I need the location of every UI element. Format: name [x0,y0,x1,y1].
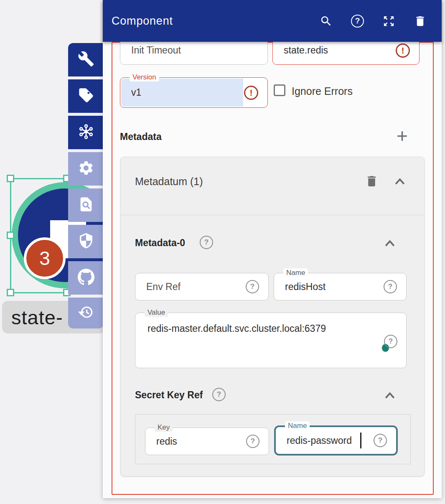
help-icon[interactable]: ? [200,236,213,249]
toolbar-button-history[interactable] [68,298,104,328]
gear-icon [78,160,94,178]
delete-metadatum-button[interactable] [365,174,379,188]
help-icon[interactable]: ? [384,280,397,293]
help-icon[interactable]: ? [374,434,387,447]
toolbar-button-configure[interactable] [68,43,104,76]
env-ref-field[interactable]: ? [135,273,269,300]
component-properties-panel: ! Version ! Ignore Errors Metadata + Met… [103,0,442,498]
wrench-icon [78,51,94,69]
metadata-value-field[interactable]: redis-master.default.svc.cluster.local:6… [135,313,407,368]
version-field[interactable]: Version ! [120,77,268,108]
metadata-value-input[interactable]: redis-master.default.svc.cluster.local:6… [135,313,406,368]
document-search-icon [78,196,94,214]
ignore-errors-checkbox[interactable] [274,84,285,96]
help-icon[interactable]: ? [246,435,259,448]
panel-header: Component ? [103,0,442,42]
selection-handle-top-left[interactable] [7,175,14,182]
help-icon[interactable]: ? [212,388,226,401]
secret-key-ref-heading: Secret Key Ref [135,389,203,401]
collapse-secret-key-ref-button[interactable] [384,391,396,400]
help-icon[interactable]: ? [384,335,397,348]
metadata0-heading: Metadata-0 [135,237,185,249]
node-toolbar [68,43,104,331]
history-icon [78,304,94,322]
error-icon: ! [244,86,258,100]
metadata-name-field[interactable]: Name ? [274,273,407,300]
chevron-up-icon [384,391,396,400]
metadatum-title: Metadatum (1) [135,176,203,188]
selection-edge-top [10,178,68,179]
search-icon[interactable] [320,15,333,28]
selection-handle-mid-left[interactable] [7,232,14,239]
error-count-badge: 3 [24,237,66,279]
value-field-label: Value [145,308,168,317]
key-field-label: Key [155,423,173,432]
collapse-metadatum-button[interactable] [394,177,406,186]
text-cursor [360,433,361,448]
collapse-metadata0-button[interactable] [384,239,396,248]
secret-name-field-focused[interactable]: Name ? [274,425,398,456]
panel-title: Component [112,15,173,28]
github-icon [78,269,94,287]
toolbar-button-settings[interactable] [68,152,104,186]
help-icon[interactable]: ? [246,280,259,293]
divider [121,215,424,215]
hub-icon [78,123,94,142]
toolbar-button-security[interactable] [68,225,104,258]
secret-key-ref-group: Key ? Name ? [135,414,411,464]
version-field-label: Version [130,73,159,81]
app-canvas: 3 state- [0,0,445,504]
shield-icon [78,232,94,251]
toolbar-button-tags[interactable] [68,79,104,113]
secret-key-field[interactable]: Key ? [145,428,269,455]
chevron-up-icon [394,177,406,186]
chevron-up-icon [384,239,396,248]
name-field-label: Name [283,268,308,277]
metadatum-card: Metadatum (1) Metadata-0 ? ? [120,157,425,476]
selection-edge-bottom [10,292,68,293]
tag-icon [78,87,94,105]
error-icon: ! [396,43,410,58]
trash-icon[interactable] [414,15,427,28]
help-icon[interactable]: ? [351,15,364,28]
toolbar-button-github[interactable] [68,261,104,295]
secret-name-field-label: Name [285,421,310,430]
toolbar-button-cluster[interactable] [68,116,104,149]
panel-content: ! Version ! Ignore Errors Metadata + Met… [103,0,442,498]
expand-icon[interactable] [382,15,395,28]
toolbar-button-inspect[interactable] [68,188,104,222]
metadata-heading: Metadata [120,131,162,143]
trash-icon [365,174,379,188]
add-metadata-button[interactable]: + [397,127,408,144]
ignore-errors-label: Ignore Errors [292,85,353,97]
selection-handle-bottom-left[interactable] [7,289,14,296]
